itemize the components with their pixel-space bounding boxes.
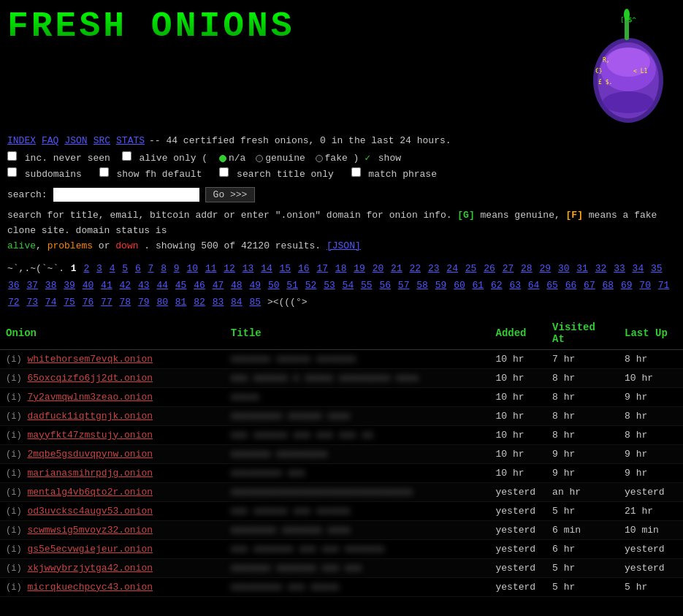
- pagination-page-55[interactable]: 55: [361, 280, 373, 291]
- pagination-page-14[interactable]: 14: [261, 263, 272, 274]
- pagination-page-49[interactable]: 49: [249, 280, 261, 291]
- onion-link-7[interactable]: mentalg4vb6qto2r.onion: [27, 487, 153, 498]
- pagination-page-31[interactable]: 31: [576, 263, 588, 274]
- onion-link-2[interactable]: 7y2avmqwlnm3zeao.onion: [27, 392, 153, 403]
- pagination-page-43[interactable]: 43: [138, 280, 150, 291]
- radio-na[interactable]: [219, 155, 226, 162]
- pagination-page-44[interactable]: 44: [156, 280, 168, 291]
- info-link-2[interactable]: (i): [6, 392, 22, 403]
- pagination-page-5[interactable]: 5: [122, 263, 128, 274]
- pagination-page-65[interactable]: 65: [546, 280, 558, 291]
- info-link-5[interactable]: (i): [6, 449, 22, 460]
- subdomains-checkbox[interactable]: [7, 167, 17, 177]
- pagination-page-78[interactable]: 78: [120, 297, 131, 308]
- nav-json[interactable]: JSON: [64, 135, 87, 146]
- pagination-page-60[interactable]: 60: [454, 280, 465, 291]
- pagination-page-34[interactable]: 34: [633, 263, 644, 274]
- pagination-page-18[interactable]: 18: [335, 263, 347, 274]
- nav-stats[interactable]: STATS: [116, 135, 145, 146]
- pagination-page-71[interactable]: 71: [658, 280, 670, 291]
- pagination-page-45[interactable]: 45: [175, 280, 187, 291]
- pagination-page-19[interactable]: 19: [354, 263, 365, 274]
- onion-link-4[interactable]: mayyfkt47zmstujy.onion: [27, 430, 153, 441]
- pagination-page-61[interactable]: 61: [473, 280, 484, 291]
- pagination-page-6[interactable]: 6: [135, 263, 141, 274]
- pagination-page-8[interactable]: 8: [161, 263, 167, 274]
- info-link-12[interactable]: (i): [6, 582, 22, 593]
- pagination-page-66[interactable]: 66: [565, 280, 577, 291]
- pagination-page-10[interactable]: 10: [186, 263, 198, 274]
- pagination-page-77[interactable]: 77: [101, 297, 112, 308]
- pagination-page-41[interactable]: 41: [101, 280, 112, 291]
- show-fh-option[interactable]: show fh default: [99, 169, 208, 180]
- pagination-page-3[interactable]: 3: [96, 263, 102, 274]
- pagination-page-42[interactable]: 42: [120, 280, 131, 291]
- pagination-page-39[interactable]: 39: [64, 280, 75, 291]
- info-link-11[interactable]: (i): [6, 563, 22, 574]
- pagination-page-12[interactable]: 12: [224, 263, 235, 274]
- pagination-page-37[interactable]: 37: [26, 280, 38, 291]
- search-title-checkbox[interactable]: [219, 167, 229, 177]
- pagination-page-13[interactable]: 13: [243, 263, 254, 274]
- pagination-page-51[interactable]: 51: [286, 280, 298, 291]
- pagination-page-25[interactable]: 25: [465, 263, 477, 274]
- pagination-page-79[interactable]: 79: [138, 297, 150, 308]
- pagination-page-2[interactable]: 2: [83, 263, 89, 274]
- info-link-10[interactable]: (i): [6, 544, 22, 555]
- pagination-page-58[interactable]: 58: [416, 280, 428, 291]
- pagination-page-57[interactable]: 57: [398, 280, 410, 291]
- alive-only-checkbox[interactable]: [122, 151, 131, 161]
- pagination-page-15[interactable]: 15: [280, 263, 291, 274]
- pagination-page-67[interactable]: 67: [584, 280, 595, 291]
- nav-index[interactable]: INDEX: [7, 135, 36, 146]
- pagination-page-72[interactable]: 72: [8, 297, 20, 308]
- onion-link-10[interactable]: gs5e5ecvwgiejeur.onion: [27, 544, 153, 555]
- info-link-9[interactable]: (i): [6, 525, 22, 536]
- pagination-page-83[interactable]: 83: [213, 297, 224, 308]
- pagination-page-29[interactable]: 29: [539, 263, 551, 274]
- pagination-page-27[interactable]: 27: [503, 263, 514, 274]
- pagination-page-46[interactable]: 46: [194, 280, 205, 291]
- onion-link-1[interactable]: 65oxcqizfo6jj2dt.onion: [27, 373, 153, 384]
- pagination-page-75[interactable]: 75: [64, 297, 75, 308]
- onion-link-9[interactable]: scwmwsig5mvoyz32.onion: [27, 525, 153, 536]
- match-phrase-checkbox[interactable]: [351, 167, 361, 177]
- pagination-page-70[interactable]: 70: [639, 280, 651, 291]
- onion-link-0[interactable]: whitehorsem7evqk.onion: [27, 354, 153, 365]
- pagination-page-53[interactable]: 53: [324, 280, 335, 291]
- info-link-3[interactable]: (i): [6, 411, 22, 422]
- pagination-page-17[interactable]: 17: [316, 263, 328, 274]
- search-title-option[interactable]: search title only: [219, 169, 339, 180]
- json-results-link[interactable]: [JSON]: [327, 240, 361, 251]
- pagination-page-47[interactable]: 47: [213, 280, 224, 291]
- onion-link-12[interactable]: micrqkuechpcyc43.onion: [27, 582, 153, 593]
- pagination-page-30[interactable]: 30: [558, 263, 570, 274]
- alive-only-option[interactable]: alive only (: [122, 153, 213, 164]
- info-link-6[interactable]: (i): [6, 468, 22, 479]
- show-fh-checkbox[interactable]: [99, 167, 109, 177]
- info-link-1[interactable]: (i): [6, 373, 22, 384]
- pagination-page-9[interactable]: 9: [174, 263, 180, 274]
- pagination-page-50[interactable]: 50: [268, 280, 280, 291]
- nav-src[interactable]: SRC: [94, 135, 110, 146]
- pagination-page-21[interactable]: 21: [391, 263, 402, 274]
- pagination-page-73[interactable]: 73: [26, 297, 38, 308]
- pagination-page-82[interactable]: 82: [194, 297, 205, 308]
- nav-faq[interactable]: FAQ: [42, 135, 58, 146]
- pagination-page-23[interactable]: 23: [428, 263, 440, 274]
- pagination-page-69[interactable]: 69: [621, 280, 633, 291]
- pagination-page-63[interactable]: 63: [509, 280, 521, 291]
- pagination-page-26[interactable]: 26: [484, 263, 495, 274]
- subdomains-option[interactable]: subdomains: [7, 169, 88, 180]
- onion-link-3[interactable]: dadfuck1iqttgnjk.onion: [27, 411, 153, 422]
- pagination-page-24[interactable]: 24: [446, 263, 458, 274]
- pagination-page-76[interactable]: 76: [83, 297, 94, 308]
- radio-fake[interactable]: [316, 155, 323, 162]
- pagination-page-80[interactable]: 80: [156, 297, 168, 308]
- onion-link-6[interactable]: marianasmihrpdjg.onion: [27, 468, 153, 479]
- pagination-page-84[interactable]: 84: [231, 297, 243, 308]
- onion-link-8[interactable]: od3uvcksc4augv53.onion: [27, 506, 153, 517]
- pagination-page-36[interactable]: 36: [8, 280, 20, 291]
- pagination-page-59[interactable]: 59: [435, 280, 447, 291]
- pagination-page-4[interactable]: 4: [110, 263, 115, 274]
